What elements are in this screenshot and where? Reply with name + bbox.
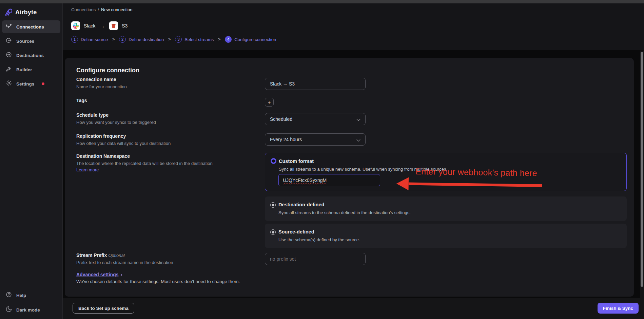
sidebar-item-label: Destinations xyxy=(16,53,44,58)
connection-name-input[interactable] xyxy=(265,78,366,90)
step-separator-icon: > xyxy=(168,37,171,42)
moon-icon xyxy=(5,306,12,314)
page-title: Configure connection xyxy=(76,67,139,74)
field-description: The location where the replicated data w… xyxy=(76,161,256,166)
sidebar-item-dark-mode[interactable]: Dark mode xyxy=(2,303,60,316)
step-label: Configure connection xyxy=(234,37,276,42)
add-tag-button[interactable]: + xyxy=(265,98,274,107)
sidebar-item-help[interactable]: Help xyxy=(2,289,60,302)
sidebar-item-sources[interactable]: Sources xyxy=(2,35,60,48)
connection-header: Slack → S3 1 Define source > 2 Define de… xyxy=(63,16,644,50)
annotation-callout: Enter your webhook’s path here xyxy=(396,166,543,192)
finish-and-sync-button[interactable]: Finish & Sync xyxy=(598,303,639,314)
step-configure-connection[interactable]: 4 Configure connection xyxy=(225,36,276,43)
window-top-strip xyxy=(0,0,644,3)
gear-icon xyxy=(5,80,12,88)
replication-frequency-label-block: Replication frequency How often your dat… xyxy=(76,133,256,146)
advanced-settings-link[interactable]: Advanced settings xyxy=(76,272,118,277)
field-label: Replication frequency xyxy=(76,133,256,139)
action-footer: Back to Set up schema Finish & Sync xyxy=(63,298,644,319)
step-separator-icon: > xyxy=(112,37,115,42)
field-label: Tags xyxy=(76,98,256,103)
stream-prefix-input[interactable] xyxy=(265,253,366,265)
main-area: Connections/New connection Slack → xyxy=(63,3,644,319)
breadcrumb-parent[interactable]: Connections xyxy=(71,7,96,12)
field-description: How often your data will sync to your de… xyxy=(76,141,256,146)
sidebar-nav: Connections Sources Destinations xyxy=(0,20,62,90)
field-label: Destination Namespace xyxy=(76,153,256,159)
destination-name: S3 xyxy=(122,23,128,29)
radio-unselected-icon[interactable] xyxy=(270,229,276,235)
annotation-arrow xyxy=(396,177,542,192)
step-define-source[interactable]: 1 Define source xyxy=(71,36,108,43)
tags-label-block: Tags xyxy=(76,98,256,103)
optional-tag: Optional xyxy=(108,253,124,258)
chevron-right-icon: › xyxy=(120,272,122,277)
step-number: 2 xyxy=(119,36,126,43)
option-title: Custom format xyxy=(279,158,314,164)
sidebar-item-label: Sources xyxy=(16,39,34,44)
breadcrumb-separator: / xyxy=(98,7,99,12)
connections-icon xyxy=(5,23,12,31)
selected-value: Scheduled xyxy=(270,116,292,122)
sidebar-item-label: Dark mode xyxy=(16,307,40,313)
arrow-left-head-icon xyxy=(396,177,409,190)
s3-icon xyxy=(109,21,118,30)
option-description: Use the schema(s) defined by the source. xyxy=(278,237,360,242)
sidebar-item-builder[interactable]: Builder xyxy=(2,63,60,76)
destination-namespace-label-block: Destination Namespace The location where… xyxy=(76,153,256,173)
step-define-destination[interactable]: 2 Define destination xyxy=(119,36,164,43)
option-description: Sync all streams to the schema defined i… xyxy=(278,210,411,215)
advanced-settings-row: Advanced settings › xyxy=(76,272,122,277)
sidebar-item-connections[interactable]: Connections xyxy=(2,20,60,33)
chevron-down-icon xyxy=(356,137,360,141)
custom-format-input[interactable]: UJQYcFtcx0SyxngM xyxy=(278,174,380,186)
connection-name-label-block: Connection name Name for your connection xyxy=(76,77,256,89)
content-area: Configure connection Connection name Nam… xyxy=(63,51,644,301)
destinations-icon xyxy=(5,51,12,59)
field-description: Prefix text to each stream name in the d… xyxy=(76,260,256,265)
airbyte-logo-icon xyxy=(3,7,12,18)
learn-more-link[interactable]: Learn more xyxy=(76,167,99,172)
radio-unselected-icon[interactable] xyxy=(270,202,276,208)
annotation-text: Enter your webhook’s path here xyxy=(415,167,542,178)
replication-frequency-select[interactable]: Every 24 hours xyxy=(265,133,366,146)
sidebar-item-destinations[interactable]: Destinations xyxy=(2,49,60,62)
sidebar-item-label: Settings xyxy=(16,81,34,87)
sidebar-item-settings[interactable]: Settings xyxy=(2,77,60,90)
schedule-type-label-block: Schedule type How you want your syncs to… xyxy=(76,112,256,125)
scrollbar-thumb[interactable] xyxy=(641,52,643,287)
arrow-shaft xyxy=(409,182,542,187)
field-label: Connection name xyxy=(76,77,256,82)
sources-icon xyxy=(5,37,12,45)
chevron-down-icon xyxy=(356,117,360,121)
arrow-right-icon: → xyxy=(100,23,105,29)
step-select-streams[interactable]: 3 Select streams xyxy=(175,36,214,43)
option-title: Destination-defined xyxy=(278,202,324,207)
radio-selected-icon[interactable] xyxy=(271,158,276,164)
sidebar-item-label: Connections xyxy=(16,24,44,30)
option-title: Source-defined xyxy=(278,229,314,234)
breadcrumb-bar: Connections/New connection xyxy=(63,3,644,16)
text-cursor xyxy=(327,177,327,183)
schedule-type-select[interactable]: Scheduled xyxy=(265,113,366,125)
custom-format-value: UJQYcFtcx0SyxngM xyxy=(283,177,327,183)
advanced-settings-description: We've chosen defaults for these settings… xyxy=(76,279,240,284)
stepper: 1 Define source > 2 Define destination >… xyxy=(71,36,644,43)
app-logo[interactable]: Airbyte xyxy=(0,3,62,18)
source-destination-row: Slack → S3 xyxy=(71,21,644,30)
step-number: 4 xyxy=(225,36,232,43)
breadcrumb: Connections/New connection xyxy=(71,7,132,12)
sidebar-item-label: Builder xyxy=(16,67,32,72)
slack-icon xyxy=(71,21,80,30)
sidebar-item-label: Help xyxy=(16,293,26,298)
back-button[interactable]: Back to Set up schema xyxy=(73,303,134,314)
namespace-option-source-defined[interactable]: Source-defined Use the schema(s) defined… xyxy=(265,224,627,248)
plus-icon: + xyxy=(268,100,271,105)
help-icon xyxy=(5,291,12,299)
stream-prefix-label-block: Stream Prefix Optional Prefix text to ea… xyxy=(76,252,256,265)
step-label: Select streams xyxy=(184,37,214,42)
namespace-option-destination-defined[interactable]: Destination-defined Sync all streams to … xyxy=(265,196,627,221)
step-label: Define source xyxy=(81,37,108,42)
source-name: Slack xyxy=(84,23,95,29)
